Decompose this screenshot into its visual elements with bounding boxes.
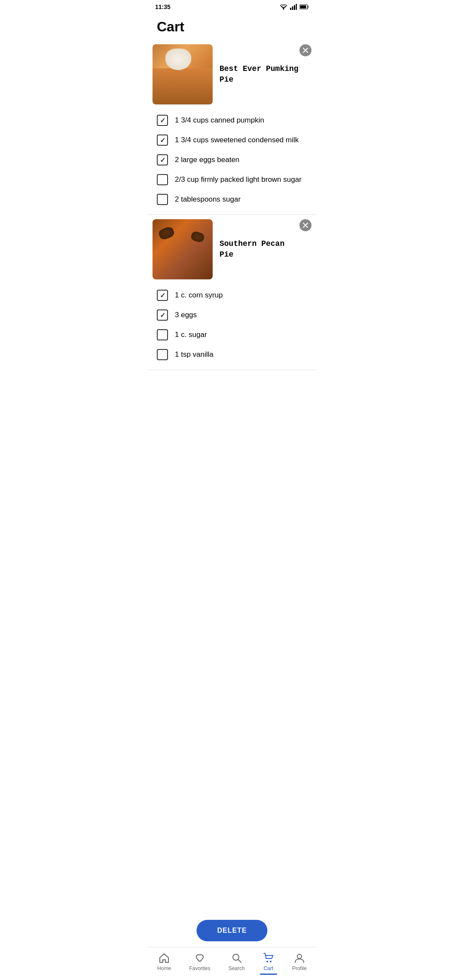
- svg-point-14: [270, 961, 272, 962]
- ingredient-checkbox[interactable]: [157, 349, 168, 360]
- svg-rect-3: [294, 5, 295, 10]
- active-nav-indicator: [260, 974, 277, 975]
- wifi-icon: [280, 4, 287, 10]
- svg-rect-4: [296, 4, 297, 10]
- ingredient-item: 1 c. sugar: [148, 325, 316, 345]
- ingredient-checkbox[interactable]: [157, 115, 168, 126]
- search-icon: [231, 952, 242, 964]
- ingredient-item: 1 3/4 cups canned pumpkin: [148, 110, 316, 130]
- home-icon: [159, 952, 170, 964]
- ingredient-checkbox[interactable]: [157, 154, 168, 165]
- remove-pumpkin-pie-button[interactable]: [299, 44, 311, 56]
- ingredient-text: 1 c. corn syrup: [175, 291, 223, 300]
- ingredient-checkbox[interactable]: [157, 194, 168, 205]
- remove-pecan-pie-button[interactable]: [299, 219, 311, 231]
- svg-point-0: [283, 9, 284, 9]
- svg-rect-2: [292, 6, 293, 10]
- nav-label-favorites: Favorites: [189, 965, 210, 971]
- nav-item-cart[interactable]: Cart: [258, 951, 279, 973]
- svg-rect-1: [290, 8, 291, 10]
- status-bar: 11:35: [148, 0, 316, 12]
- ingredient-checkbox[interactable]: [157, 290, 168, 301]
- ingredient-item: 1 c. corn syrup: [148, 285, 316, 305]
- recipe-title-pumpkin: Best Ever Pumking Pie: [213, 64, 309, 85]
- ingredient-checkbox[interactable]: [157, 329, 168, 340]
- nav-label-profile: Profile: [292, 965, 307, 971]
- content-area: Best Ever Pumking Pie 1 3/4 cups canned …: [148, 40, 316, 413]
- ingredient-text: 3 eggs: [175, 311, 197, 319]
- nav-item-home[interactable]: Home: [152, 951, 176, 973]
- ingredient-text: 2 tablespoons sugar: [175, 195, 241, 204]
- ingredient-item: 2 tablespoons sugar: [148, 190, 316, 209]
- ingredient-item: 1 tsp vanilla: [148, 345, 316, 364]
- nav-item-profile[interactable]: Profile: [287, 951, 312, 973]
- cart-icon: [263, 952, 274, 964]
- ingredient-text: 1 3/4 cups canned pumpkin: [175, 116, 264, 125]
- ingredient-item: 2 large eggs beaten: [148, 150, 316, 170]
- ingredients-list-pecan: 1 c. corn syrup 3 eggs 1 c. sugar 1 tsp …: [148, 284, 316, 370]
- close-icon: [303, 223, 308, 228]
- svg-point-15: [297, 954, 302, 959]
- svg-line-12: [238, 960, 241, 963]
- signal-icon: [290, 4, 297, 10]
- profile-icon: [294, 952, 305, 964]
- status-icons: [280, 4, 309, 10]
- svg-rect-6: [300, 6, 306, 9]
- recipe-image-pumpkin: [153, 44, 213, 104]
- nav-item-favorites[interactable]: Favorites: [184, 951, 215, 973]
- nav-label-home: Home: [157, 965, 171, 971]
- nav-label-cart: Cart: [263, 965, 273, 971]
- ingredient-checkbox[interactable]: [157, 174, 168, 185]
- ingredient-text: 1 3/4 cups sweetened condensed milk: [175, 136, 299, 144]
- ingredient-item: 3 eggs: [148, 305, 316, 325]
- ingredients-list-pumpkin: 1 3/4 cups canned pumpkin 1 3/4 cups swe…: [148, 109, 316, 214]
- nav-label-search: Search: [229, 965, 245, 971]
- ingredient-item: 1 3/4 cups sweetened condensed milk: [148, 130, 316, 150]
- recipe-header-pecan: Southern Pecan Pie: [148, 215, 316, 284]
- ingredient-text: 1 tsp vanilla: [175, 350, 214, 359]
- close-icon: [303, 48, 308, 53]
- nav-item-search[interactable]: Search: [223, 951, 250, 973]
- ingredient-checkbox[interactable]: [157, 309, 168, 321]
- ingredient-checkbox[interactable]: [157, 135, 168, 146]
- recipe-header-pumpkin: Best Ever Pumking Pie: [148, 40, 316, 109]
- recipe-card-pumpkin: Best Ever Pumking Pie 1 3/4 cups canned …: [148, 40, 316, 215]
- page-title: Cart: [148, 12, 316, 40]
- battery-icon: [299, 4, 309, 9]
- ingredient-text: 2/3 cup firmly packed light brown sugar: [175, 175, 302, 184]
- favorites-icon: [194, 952, 205, 964]
- ingredient-text: 1 c. sugar: [175, 331, 207, 339]
- time-display: 11:35: [155, 3, 171, 10]
- ingredient-item: 2/3 cup firmly packed light brown sugar: [148, 170, 316, 190]
- delete-button[interactable]: DELETE: [196, 920, 267, 941]
- recipe-image-pecan: [153, 219, 213, 279]
- bottom-nav: Home Favorites Search Cart Profile: [148, 947, 316, 980]
- svg-point-13: [266, 961, 268, 962]
- ingredient-text: 2 large eggs beaten: [175, 156, 239, 164]
- recipe-card-pecan: Southern Pecan Pie 1 c. corn syrup 3 egg…: [148, 215, 316, 370]
- recipe-title-pecan: Southern Pecan Pie: [213, 239, 309, 260]
